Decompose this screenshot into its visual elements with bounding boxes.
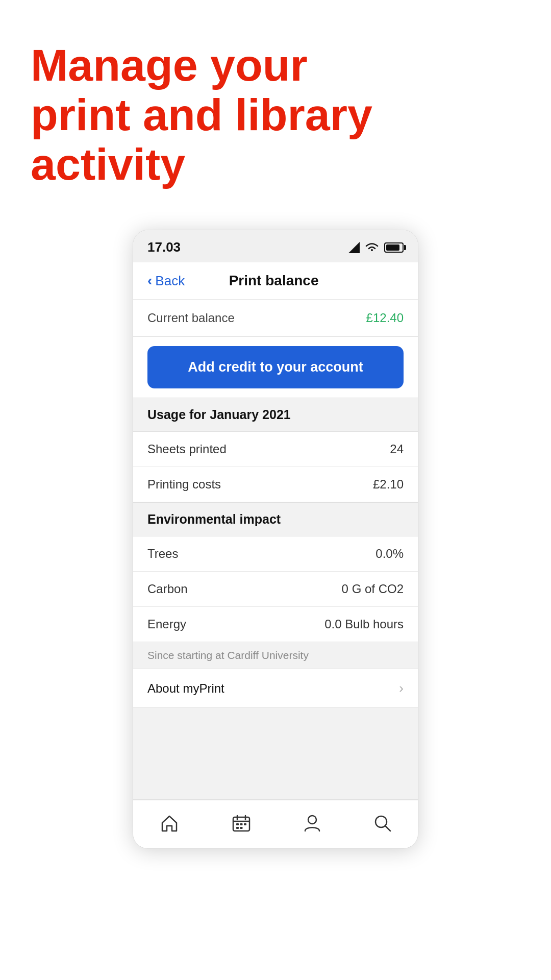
nav-title: Print balance <box>185 273 363 289</box>
battery-icon <box>384 242 404 253</box>
page-wrapper: Manage your print and library activity 1… <box>0 0 551 980</box>
back-label: Back <box>155 273 185 289</box>
usage-section-header: Usage for January 2021 <box>133 398 418 432</box>
sheets-printed-row: Sheets printed 24 <box>133 432 418 467</box>
carbon-value: 0 G of CO2 <box>342 582 404 596</box>
svg-rect-7 <box>244 823 246 825</box>
about-chevron-icon: › <box>399 680 404 696</box>
phone-mockup: 17.03 ‹ Bac <box>133 230 418 849</box>
svg-marker-0 <box>348 242 360 253</box>
content-area: Current balance £12.40 Add credit to you… <box>133 300 418 800</box>
back-button[interactable]: ‹ Back <box>147 273 185 289</box>
energy-label: Energy <box>147 617 186 631</box>
empty-area <box>133 708 418 800</box>
about-row[interactable]: About myPrint › <box>133 669 418 708</box>
trees-value: 0.0% <box>375 547 404 561</box>
person-icon <box>304 815 320 832</box>
tab-home[interactable] <box>150 811 189 836</box>
status-time: 17.03 <box>147 239 181 255</box>
status-icons <box>348 242 404 253</box>
svg-rect-5 <box>236 823 239 825</box>
about-label: About myPrint <box>147 681 224 696</box>
wifi-icon <box>365 242 379 253</box>
search-icon <box>374 815 391 832</box>
carbon-row: Carbon 0 G of CO2 <box>133 572 418 607</box>
energy-row: Energy 0.0 Bulb hours <box>133 607 418 642</box>
carbon-label: Carbon <box>147 582 188 596</box>
status-bar: 17.03 <box>133 230 418 262</box>
balance-label: Current balance <box>147 311 235 325</box>
nav-bar: ‹ Back Print balance <box>133 262 418 300</box>
printing-costs-row: Printing costs £2.10 <box>133 467 418 502</box>
svg-rect-9 <box>240 827 242 829</box>
signal-icon <box>348 242 360 253</box>
energy-value: 0.0 Bulb hours <box>324 617 404 631</box>
trees-row: Trees 0.0% <box>133 536 418 572</box>
home-icon <box>160 815 179 832</box>
balance-value: £12.40 <box>366 311 404 325</box>
svg-rect-6 <box>240 823 242 825</box>
printing-costs-value: £2.10 <box>373 477 404 492</box>
tab-search[interactable] <box>364 811 402 836</box>
since-note: Since starting at Cardiff University <box>133 642 418 669</box>
balance-row: Current balance £12.40 <box>133 300 418 337</box>
sheets-printed-label: Sheets printed <box>147 442 227 456</box>
svg-rect-8 <box>236 827 239 829</box>
tab-bar <box>133 800 418 848</box>
environmental-section-header: Environmental impact <box>133 502 418 536</box>
hero-title: Manage your print and library activity <box>31 41 388 189</box>
add-credit-button[interactable]: Add credit to your account <box>147 346 404 388</box>
calendar-icon <box>232 815 251 832</box>
svg-line-12 <box>385 826 390 831</box>
back-chevron-icon: ‹ <box>147 273 152 289</box>
tab-calendar[interactable] <box>222 811 261 836</box>
svg-point-10 <box>308 816 316 824</box>
sheets-printed-value: 24 <box>390 442 404 456</box>
tab-profile[interactable] <box>294 811 331 836</box>
printing-costs-label: Printing costs <box>147 477 221 492</box>
trees-label: Trees <box>147 547 178 561</box>
